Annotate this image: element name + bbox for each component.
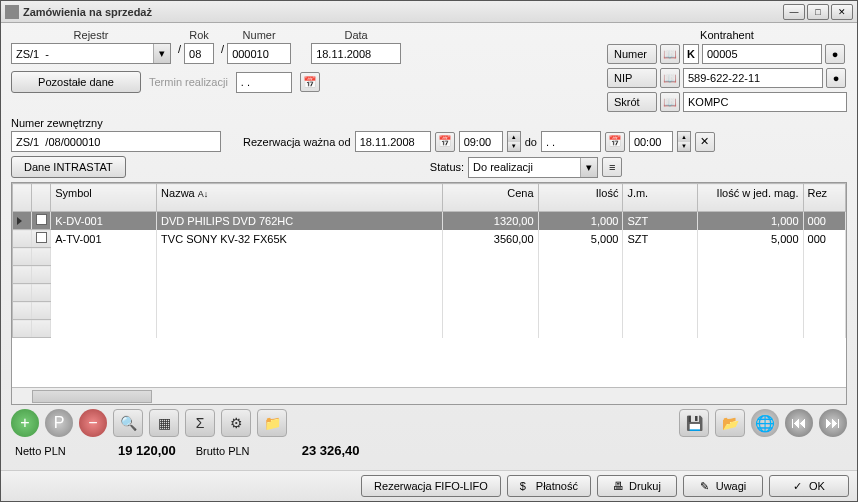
- data-table[interactable]: Symbol Nazwa A↓ Cena Ilość J.m. Ilość w …: [12, 183, 846, 338]
- col-jm[interactable]: J.m.: [623, 184, 697, 212]
- netto-label: Netto PLN: [15, 445, 66, 457]
- calendar-icon[interactable]: 📅: [300, 72, 320, 92]
- ok-button[interactable]: ✓OK: [769, 475, 849, 497]
- rok-label: Rok: [189, 29, 209, 41]
- row-pointer: [13, 230, 32, 248]
- uwagi-button[interactable]: ✎Uwagi: [683, 475, 763, 497]
- platnosc-button[interactable]: $Płatność: [507, 475, 591, 497]
- time-from-input[interactable]: [459, 131, 503, 152]
- ball-icon[interactable]: ●: [825, 44, 845, 64]
- cell-symbol: K-DV-001: [51, 212, 157, 230]
- apple-icon[interactable]: ●: [826, 68, 846, 88]
- data-label: Data: [345, 29, 368, 41]
- table-row[interactable]: [13, 266, 846, 284]
- chevron-down-icon[interactable]: ▾: [580, 158, 597, 177]
- col-cena[interactable]: Cena: [443, 184, 538, 212]
- cell-ilosc: 1,000: [538, 212, 623, 230]
- table-row[interactable]: [13, 248, 846, 266]
- termin-input[interactable]: [236, 72, 292, 93]
- fifo-lifo-button[interactable]: Rezerwacja FIFO-LIFO: [361, 475, 501, 497]
- intrastat-button[interactable]: Dane INTRASTAT: [11, 156, 126, 178]
- pay-button[interactable]: P: [45, 409, 73, 437]
- close-button[interactable]: ✕: [831, 4, 853, 20]
- totals: Netto PLN 19 120,00 Brutto PLN 23 326,40: [11, 441, 847, 466]
- rok-input-wrap: [184, 43, 214, 64]
- list-icon[interactable]: ≡: [602, 157, 622, 177]
- row-checkbox[interactable]: [32, 212, 51, 230]
- col-symbol[interactable]: Symbol: [51, 184, 157, 212]
- maximize-button[interactable]: □: [807, 4, 829, 20]
- col-nazwa[interactable]: Nazwa A↓: [157, 184, 443, 212]
- remove-button[interactable]: −: [79, 409, 107, 437]
- sum-button[interactable]: Σ: [185, 409, 215, 437]
- book-icon[interactable]: 📖: [660, 92, 680, 112]
- note-icon: ✎: [700, 480, 712, 492]
- rejestr-label: Rejestr: [74, 29, 109, 41]
- search-button[interactable]: 🔍: [113, 409, 143, 437]
- clear-button[interactable]: ✕: [695, 132, 715, 152]
- last-button[interactable]: ⏭: [819, 409, 847, 437]
- minimize-button[interactable]: —: [783, 4, 805, 20]
- grid-button[interactable]: ▦: [149, 409, 179, 437]
- rejestr-input[interactable]: [16, 46, 166, 61]
- col-rez[interactable]: Rez: [803, 184, 845, 212]
- add-button[interactable]: +: [11, 409, 39, 437]
- brutto-value: 23 326,40: [270, 443, 360, 458]
- table-row[interactable]: A-TV-001 TVC SONY KV-32 FX65K 3560,00 5,…: [13, 230, 846, 248]
- slash: /: [221, 29, 224, 55]
- cell-symbol: A-TV-001: [51, 230, 157, 248]
- titlebar: Zamówienia na sprzedaż — □ ✕: [1, 1, 857, 23]
- folder-button[interactable]: 📁: [257, 409, 287, 437]
- kontrahent-prefix: K: [683, 44, 699, 64]
- date-to-input[interactable]: [541, 131, 601, 152]
- kontrahent-numer-button[interactable]: Numer: [607, 44, 657, 64]
- calendar-icon[interactable]: 📅: [605, 132, 625, 152]
- printer-icon: 🖶: [613, 480, 625, 492]
- calendar-icon[interactable]: 📅: [435, 132, 455, 152]
- grid: Symbol Nazwa A↓ Cena Ilość J.m. Ilość w …: [11, 182, 847, 405]
- time-to-input[interactable]: [629, 131, 673, 152]
- kontrahent-label: Kontrahent: [607, 29, 847, 41]
- cell-jm: SZT: [623, 230, 697, 248]
- globe-button[interactable]: 🌐: [751, 409, 779, 437]
- kontrahent-nip-button[interactable]: NIP: [607, 68, 657, 88]
- do-label: do: [525, 136, 537, 148]
- book-icon[interactable]: 📖: [660, 44, 680, 64]
- row-checkbox[interactable]: [32, 230, 51, 248]
- kontrahent-skrot-button[interactable]: Skrót: [607, 92, 657, 112]
- table-row[interactable]: K-DV-001 DVD PHILIPS DVD 762HC 1320,00 1…: [13, 212, 846, 230]
- cell-nazwa: TVC SONY KV-32 FX65K: [157, 230, 443, 248]
- check-icon: ✓: [793, 480, 805, 492]
- table-row[interactable]: [13, 320, 846, 338]
- gears-button[interactable]: ⚙: [221, 409, 251, 437]
- status-label: Status:: [430, 161, 464, 173]
- table-row[interactable]: [13, 302, 846, 320]
- numer-input[interactable]: [232, 46, 286, 61]
- cell-cena: 1320,00: [443, 212, 538, 230]
- window-title: Zamówienia na sprzedaż: [23, 6, 783, 18]
- book-icon[interactable]: 📖: [660, 68, 680, 88]
- pozostale-dane-button[interactable]: Pozostałe dane: [11, 71, 141, 93]
- cell-iloscw: 1,000: [697, 212, 803, 230]
- cell-jm: SZT: [623, 212, 697, 230]
- col-ilosc[interactable]: Ilość: [538, 184, 623, 212]
- chevron-down-icon[interactable]: ▾: [153, 44, 170, 63]
- col-iloscw[interactable]: Ilość w jed. mag.: [697, 184, 803, 212]
- table-header-row: Symbol Nazwa A↓ Cena Ilość J.m. Ilość w …: [13, 184, 846, 212]
- rejestr-combo[interactable]: ▾: [11, 43, 171, 64]
- drukuj-button[interactable]: 🖶Drukuj: [597, 475, 677, 497]
- horizontal-scrollbar[interactable]: [12, 387, 846, 404]
- first-button[interactable]: ⏮: [785, 409, 813, 437]
- save-button[interactable]: 💾: [679, 409, 709, 437]
- date-from-input[interactable]: [355, 131, 431, 152]
- open-button[interactable]: 📂: [715, 409, 745, 437]
- data-input[interactable]: [316, 46, 396, 61]
- time-to-spinner[interactable]: ▲▼: [677, 131, 691, 152]
- table-row[interactable]: [13, 284, 846, 302]
- time-from-spinner[interactable]: ▲▼: [507, 131, 521, 152]
- rezerwacja-label: Rezerwacja ważna od: [243, 136, 351, 148]
- status-combo[interactable]: ▾: [468, 157, 598, 178]
- rok-input[interactable]: [189, 46, 209, 61]
- numer-label: Numer: [243, 29, 276, 41]
- cell-ilosc: 5,000: [538, 230, 623, 248]
